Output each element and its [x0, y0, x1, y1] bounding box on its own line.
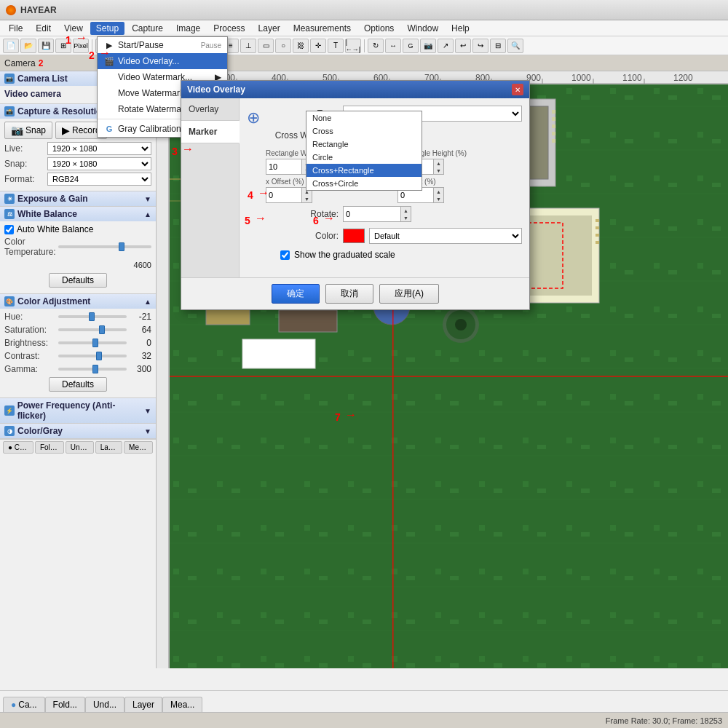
color-adj-header[interactable]: 🎨 Color Adjustment ▲: [0, 294, 156, 309]
tb-cal[interactable]: |←→|: [345, 39, 361, 53]
rect-height-down[interactable]: ▼: [434, 167, 443, 174]
format-select[interactable]: RGB24: [47, 173, 151, 186]
tb-new[interactable]: 📄: [3, 39, 19, 53]
btab-layer[interactable]: Layer: [124, 697, 162, 712]
tb-redo[interactable]: ↪: [472, 39, 488, 53]
tb-rect[interactable]: ▭: [258, 39, 274, 53]
ok-button[interactable]: 确定: [272, 284, 320, 304]
color-swatch[interactable]: [343, 229, 365, 243]
power-freq-header[interactable]: ⚡ Power Frequency (Anti-flicker) ▼: [0, 398, 156, 423]
tb-circle[interactable]: ○: [275, 39, 291, 53]
gamma-track[interactable]: [58, 368, 127, 371]
cancel-button[interactable]: 取消: [325, 284, 373, 304]
menu-capture[interactable]: Capture: [126, 22, 169, 35]
tb-zoom[interactable]: 🔍: [507, 39, 523, 53]
menu-image[interactable]: Image: [170, 22, 206, 35]
tb-cam2[interactable]: 📷: [420, 39, 436, 53]
y-offset-up[interactable]: ▲: [434, 188, 443, 195]
menu-window[interactable]: Window: [401, 22, 444, 35]
menu-layer[interactable]: Layer: [253, 22, 286, 35]
btab-und[interactable]: Und...: [85, 697, 124, 712]
btab-fold[interactable]: Fold...: [45, 697, 85, 712]
tb-export[interactable]: ↗: [438, 39, 454, 53]
option-none[interactable]: None: [306, 111, 422, 124]
rect-width-input[interactable]: [266, 159, 302, 175]
gamma-thumb[interactable]: [92, 365, 98, 373]
option-cross-circle[interactable]: Cross+Circle: [306, 177, 422, 190]
menu-options[interactable]: Options: [358, 22, 400, 35]
sidebar-tab-und[interactable]: Und...: [66, 441, 94, 454]
y-offset-down[interactable]: ▼: [434, 195, 443, 202]
sidebar-tab-fold[interactable]: Fold...: [35, 441, 64, 454]
tb-undo[interactable]: ↩: [455, 39, 471, 53]
tb-grid2[interactable]: ⊟: [490, 39, 506, 53]
gamma-label: Gamma:: [4, 364, 55, 374]
rotate-down[interactable]: ▼: [401, 214, 411, 221]
svg-rect-55: [552, 124, 555, 128]
dropdown-start-pause[interactable]: ▶ Start/Pause Pause: [98, 37, 227, 53]
tb-open[interactable]: 📂: [20, 39, 36, 53]
live-select[interactable]: 1920 × 1080: [47, 142, 151, 155]
menu-setup[interactable]: Setup: [90, 22, 124, 35]
tb-save[interactable]: 💾: [38, 39, 54, 53]
apply-button[interactable]: 应用(A): [379, 284, 439, 304]
tb-chain[interactable]: ⛓: [293, 39, 309, 53]
menu-help[interactable]: Help: [446, 22, 475, 35]
tab-overlay[interactable]: Overlay: [181, 98, 239, 121]
bright-track[interactable]: [58, 341, 127, 344]
wb-collapse: ▲: [144, 210, 151, 218]
scale-checkbox[interactable]: [280, 250, 290, 260]
contrast-thumb[interactable]: [96, 352, 102, 360]
contrast-track[interactable]: [58, 355, 127, 357]
menu-view[interactable]: View: [58, 22, 89, 35]
sat-thumb[interactable]: [99, 325, 105, 334]
color-temp-thumb[interactable]: [119, 242, 124, 251]
tab-marker[interactable]: Marker: [181, 121, 240, 143]
sat-track[interactable]: [58, 328, 127, 331]
sidebar-tab-camera[interactable]: ● Ca...: [3, 441, 33, 454]
tb-perp[interactable]: ⊥: [240, 39, 256, 53]
tb-pixel[interactable]: Pixel: [73, 39, 89, 53]
color-select[interactable]: Default: [369, 228, 522, 244]
colorgray-header[interactable]: ◑ Color/Gray ▼: [0, 424, 156, 438]
bright-thumb[interactable]: [92, 339, 98, 347]
start-icon: ▶: [103, 41, 115, 50]
tb-cross[interactable]: ✛: [310, 39, 326, 53]
exposure-header[interactable]: ☀ Exposure & Gain ▼: [0, 191, 156, 206]
option-cross-rectangle[interactable]: Cross+Rectangle: [306, 164, 422, 177]
rotate-input[interactable]: [343, 206, 401, 222]
btab-camera[interactable]: ● Ca...: [3, 697, 45, 712]
rotate-up[interactable]: ▲: [401, 207, 411, 214]
sidebar-tab-layer[interactable]: Layer: [95, 441, 122, 454]
option-circle[interactable]: Circle: [306, 151, 422, 164]
tb-g[interactable]: G: [403, 39, 419, 53]
titlebar: HAYEAR: [0, 0, 728, 20]
btab-mea[interactable]: Mea...: [162, 697, 202, 712]
sidebar-tab-mea[interactable]: Mea...: [124, 441, 153, 454]
hue-track[interactable]: [58, 315, 127, 318]
auto-wb-checkbox[interactable]: [4, 225, 14, 234]
tb-text[interactable]: T: [328, 39, 344, 53]
dialog-close-button[interactable]: ✕: [512, 84, 523, 95]
tb-grid[interactable]: ⊞: [55, 39, 71, 53]
color-temp-track[interactable]: [58, 245, 151, 248]
snap-button[interactable]: 📷 Snap: [4, 122, 52, 139]
wb-header[interactable]: ⚖ White Balance ▲: [0, 207, 156, 221]
tb-rotate[interactable]: ↻: [368, 39, 384, 53]
tb-flip[interactable]: ↔: [385, 39, 401, 53]
color-defaults-btn[interactable]: Defaults: [49, 377, 107, 392]
menu-process[interactable]: Process: [207, 22, 250, 35]
option-rectangle[interactable]: Rectangle: [306, 138, 422, 151]
snap-select[interactable]: 1920 × 1080: [47, 157, 151, 170]
menu-file[interactable]: File: [3, 22, 28, 35]
rect-height-up[interactable]: ▲: [434, 159, 443, 167]
svg-rect-76: [596, 241, 599, 244]
menu-measurements[interactable]: Measurements: [288, 22, 357, 35]
wb-defaults-btn[interactable]: Defaults: [49, 273, 107, 288]
x-offset-down[interactable]: ▼: [302, 195, 312, 202]
dropdown-video-overlay[interactable]: 🎬 Video Overlay...: [98, 53, 227, 69]
option-cross[interactable]: Cross: [306, 124, 422, 138]
hue-thumb[interactable]: [89, 312, 95, 321]
menu-edit[interactable]: Edit: [30, 22, 57, 35]
x-offset-input[interactable]: [266, 187, 302, 203]
